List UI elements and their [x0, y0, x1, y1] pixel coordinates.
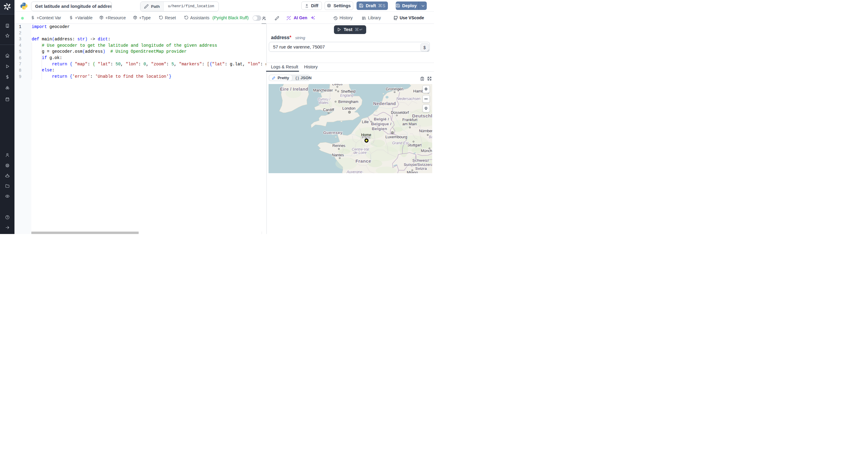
svg-text:Deutschland: Deutschland	[412, 113, 432, 119]
svg-text:Frankfurt: Frankfurt	[402, 118, 417, 122]
svg-text:Éire / Ireland: Éire / Ireland	[280, 87, 308, 92]
svg-text:Belgique /: Belgique /	[371, 122, 392, 126]
svg-text:Belgien: Belgien	[372, 126, 387, 131]
svg-text:Nürnberg: Nürnberg	[419, 129, 432, 133]
svg-text:München: München	[421, 149, 432, 153]
svg-text:Bay: Bay	[429, 135, 432, 139]
svg-text:Wales: Wales	[318, 100, 328, 104]
svg-text:Düsseldorf: Düsseldorf	[391, 110, 409, 115]
svg-text:England: England	[340, 93, 353, 97]
svg-text:Birmingham: Birmingham	[338, 100, 358, 104]
svg-text:Grand Est: Grand Est	[392, 141, 408, 145]
svg-text:Luxembourg: Luxembourg	[385, 135, 407, 139]
svg-text:de Loire: de Loire	[353, 151, 367, 155]
svg-text:Auvergne-: Auvergne-	[346, 170, 363, 173]
svg-text:France: France	[355, 158, 371, 164]
svg-text:Nederland: Nederland	[373, 101, 396, 106]
svg-text:Lille: Lille	[362, 120, 368, 124]
svg-text:Guernsey: Guernsey	[323, 130, 342, 135]
svg-text:Leeds: Leeds	[332, 84, 342, 86]
svg-text:Cardiff: Cardiff	[323, 108, 334, 112]
svg-text:Home: Home	[361, 133, 371, 137]
svg-text:Stuttgart: Stuttgart	[407, 143, 422, 147]
svg-text:Svizra: Svizra	[415, 166, 427, 171]
svg-text:Nantes: Nantes	[332, 153, 344, 157]
svg-text:Manchester: Manchester	[313, 88, 333, 93]
svg-text:London: London	[342, 106, 355, 110]
svg-text:België /: België /	[374, 117, 389, 121]
svg-text:Niedersachsen: Niedersachsen	[396, 97, 420, 101]
svg-text:am Main: am Main	[402, 122, 417, 126]
svg-text:Groningen: Groningen	[386, 87, 403, 91]
svg-text:Rennes: Rennes	[332, 144, 345, 148]
